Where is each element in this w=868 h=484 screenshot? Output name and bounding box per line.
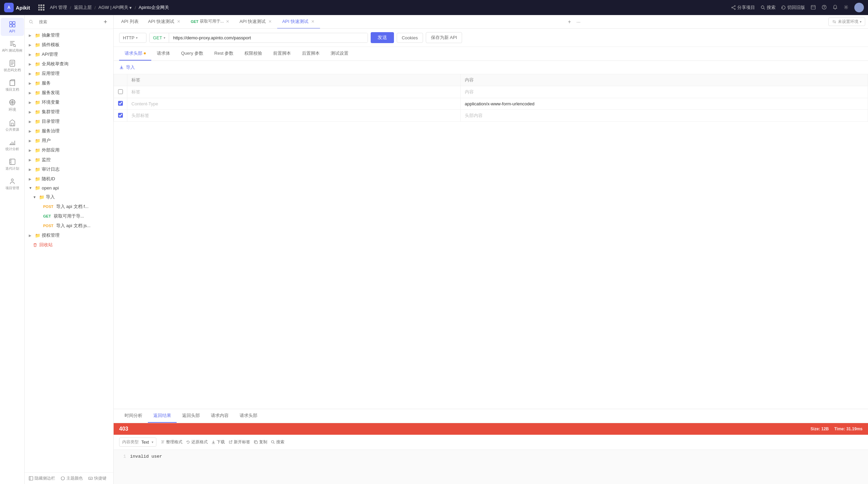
share-project-btn[interactable]: 分享项目 [731,4,755,11]
sidebar-item-iteration[interactable]: 迭代计划 [1,155,24,173]
sub-tab-post-script[interactable]: 后置脚本 [296,47,325,61]
sidebar-item-project-mgmt[interactable]: 项目管理 [1,175,24,193]
help-btn[interactable] [821,4,827,11]
import-bar[interactable]: 导入 [114,61,868,74]
response-tab-request-headers[interactable]: 请求头部 [234,409,263,423]
row-checkbox[interactable] [118,113,123,118]
row-tag-cell[interactable]: 标签 [127,86,461,98]
tab-api-quick-test-1[interactable]: API 快速测试 ✕ [143,15,186,29]
save-as-api-button[interactable]: 保存为新 API [426,32,462,43]
send-button[interactable]: 发送 [371,32,394,43]
download-btn[interactable]: 下载 [211,439,225,445]
sidebar-item-env-vars[interactable]: ▶ 📁 环境变量 [25,97,113,107]
hide-sidebar-btn[interactable]: 隐藏侧边栏 [29,475,55,481]
env-selector[interactable]: 未设置环境 ▾ [828,17,865,26]
row-checkbox[interactable] [118,89,123,94]
sub-tab-query-params[interactable]: Query 参数 [176,47,209,61]
sub-tab-request-headers[interactable]: 请求头部 [119,47,151,61]
row-checkbox-cell[interactable] [114,110,127,122]
sidebar-item-post-import-f[interactable]: POST 导入 api 文档 f... [25,202,113,211]
sidebar-add-button[interactable]: + [102,18,109,26]
row-checkbox-cell[interactable] [114,86,127,98]
sidebar-item-import-group[interactable]: ▼ 📁 导入 [25,192,113,202]
sidebar-item-post-import-js[interactable]: POST 导入 api 文档 js... [25,221,113,231]
get-method-select[interactable]: GET ▾ [150,33,169,42]
row-tag-cell[interactable]: Content-Type [127,98,461,110]
response-tab-return-headers[interactable]: 返回头部 [177,409,205,423]
app-logo[interactable]: A Apikit [4,3,30,12]
response-tab-time-analysis[interactable]: 时间分析 [119,409,148,423]
tab-get-api[interactable]: GET 获取可用于... ✕ [186,15,235,29]
search-response-btn[interactable]: 搜索 [271,439,284,445]
cookies-button[interactable]: Cookies [397,33,423,43]
sub-tab-auth[interactable]: 权限校验 [239,47,268,61]
row-tag-cell[interactable]: 头部标签 [127,110,461,122]
row-content-cell[interactable]: 头部内容 [460,110,868,122]
sidebar-item-project-docs[interactable]: 项目文档 [1,76,24,94]
row-content-cell[interactable]: 内容 [460,86,868,98]
tab-api-quick-test-active[interactable]: API 快速测试 ✕ [277,15,320,29]
search-btn[interactable]: 搜索 [761,4,776,11]
agw-link[interactable]: AGW | API网关 ▾ [99,4,132,11]
api-management-link[interactable]: API 管理 [50,4,67,11]
response-tab-request-content[interactable]: 请求内容 [205,409,234,423]
sidebar-item-directory-mgmt[interactable]: ▶ 📁 目录管理 [25,117,113,126]
sub-tab-test-settings[interactable]: 测试设置 [325,47,354,61]
add-tab-btn[interactable]: + [566,19,572,25]
sidebar-item-app-mgmt[interactable]: ▶ 📁 应用管理 [25,69,113,78]
apinto-link[interactable]: Apinto企业网关 [139,4,169,11]
format-code-btn[interactable]: 整理格式 [161,439,182,445]
sidebar-item-service-governance[interactable]: ▶ 📁 服务治理 [25,126,113,136]
settings-btn[interactable] [843,4,849,11]
sidebar-item-auth-mgmt[interactable]: ▶ 📁 授权管理 [25,231,113,240]
sidebar-item-env[interactable]: 环境 [1,96,24,115]
row-content-cell[interactable]: application/x-www-form-urlencoded [460,98,868,110]
tab-close-btn[interactable]: ✕ [225,19,230,24]
sidebar-item-open-api[interactable]: ▼ 📁 open api [25,184,113,192]
tab-api-list[interactable]: API 列表 [116,15,143,29]
response-tab-return-result[interactable]: 返回结果 [148,409,177,423]
apps-grid-icon[interactable] [38,4,44,11]
sidebar-item-external-app[interactable]: ▶ 📁 外部应用 [25,145,113,155]
sidebar-item-recycle[interactable]: 回收站 [25,240,113,250]
sidebar-item-abstract-mgmt[interactable]: ▶ 📁 抽象管理 [25,30,113,40]
sidebar-item-plugin-template[interactable]: ▶ 📁 插件模板 [25,40,113,50]
content-type-select[interactable]: 内容类型 Text ▾ [119,437,156,447]
url-input[interactable] [169,33,368,42]
sidebar-item-test[interactable]: API 测试用例 [1,37,24,55]
row-checkbox[interactable] [118,101,123,106]
sidebar-item-api-mgmt[interactable]: ▶ 📁 API管理 [25,50,113,59]
sidebar-item-random-id[interactable]: ▶ 📁 随机ID [25,174,113,184]
copy-btn[interactable]: 复制 [254,439,267,445]
sidebar-item-stats[interactable]: 统计分析 [1,136,24,154]
tab-close-btn[interactable]: ✕ [310,19,315,24]
calendar-btn[interactable] [810,4,816,11]
theme-btn[interactable]: 主题颜色 [61,475,83,481]
shortcuts-btn[interactable]: 快捷键 [88,475,106,481]
sidebar-item-public[interactable]: 公共资源 [1,116,24,134]
row-checkbox-cell[interactable] [114,98,127,110]
tab-api-quick-test-2[interactable]: API 快速测试 ✕ [235,15,278,29]
sidebar-search-input[interactable] [36,18,99,26]
sidebar-item-get-import[interactable]: GET 获取可用于导... [25,211,113,221]
back-link[interactable]: 返回上层 [74,4,92,11]
sidebar-item-api[interactable]: API [1,18,24,36]
sub-tab-request-body[interactable]: 请求体 [151,47,176,61]
sidebar-item-audit-log[interactable]: ▶ 📁 审计日志 [25,165,113,174]
tab-close-btn[interactable]: ✕ [268,19,272,24]
sidebar-item-monitor[interactable]: ▶ 📁 监控 [25,155,113,165]
sidebar-item-cluster-mgmt[interactable]: ▶ 📁 集群管理 [25,107,113,117]
sidebar-item-service-discovery[interactable]: ▶ 📁 服务发现 [25,88,113,97]
sidebar-item-service[interactable]: ▶ 📁 服务 [25,78,113,88]
new-tab-btn[interactable]: 新开标签 [228,439,250,445]
restore-format-btn[interactable]: 还原格式 [186,439,208,445]
sidebar-item-status-docs[interactable]: 状态码文档 [1,57,24,75]
sidebar-item-user[interactable]: ▶ 📁 用户 [25,136,113,145]
http-method-select[interactable]: HTTP ▾ [119,33,146,43]
sub-tab-pre-script[interactable]: 前置脚本 [268,47,296,61]
old-version-btn[interactable]: 切回旧版 [781,4,805,11]
tab-close-btn[interactable]: ✕ [176,19,181,24]
sidebar-item-global-check[interactable]: ▶ 📁 全局枚举查询 [25,59,113,69]
sub-tab-rest-params[interactable]: Rest 参数 [209,47,239,61]
notification-btn[interactable] [832,4,838,11]
